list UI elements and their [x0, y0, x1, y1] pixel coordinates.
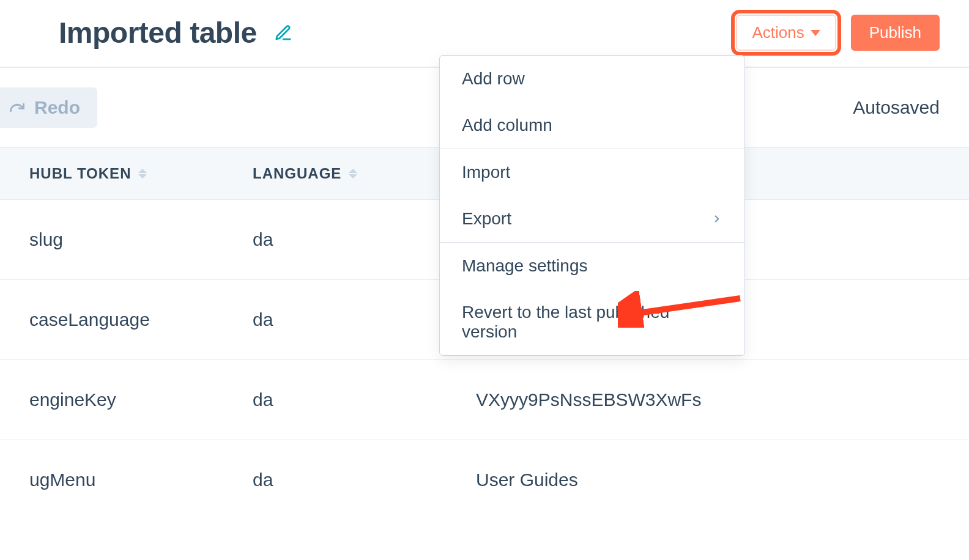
dropdown-item-label: Revert to the last published version [462, 303, 722, 342]
column-header-language-label: LANGUAGE [253, 165, 341, 182]
column-header-token-label: HUBL TOKEN [29, 165, 131, 182]
publish-label: Publish [869, 23, 921, 42]
cell-token: caseLanguage [29, 309, 253, 330]
caret-down-icon [811, 30, 820, 36]
cell-language: da [253, 470, 476, 490]
autosaved-status: Autosaved [853, 97, 940, 118]
redo-icon [9, 99, 26, 116]
cell-token: engineKey [29, 389, 253, 410]
dropdown-item-label: Add row [462, 69, 525, 89]
dropdown-section: Manage settings Revert to the last publi… [440, 243, 744, 355]
dropdown-item-import[interactable]: Import [440, 149, 744, 196]
dropdown-item-add-column[interactable]: Add column [440, 102, 744, 149]
dropdown-item-add-row[interactable]: Add row [440, 56, 744, 102]
header-actions: Actions Publish [736, 15, 940, 51]
actions-dropdown: Add row Add column Import Export Manage … [439, 55, 745, 356]
redo-button[interactable]: Redo [0, 87, 97, 128]
table-row[interactable]: engineKey da VXyyy9PsNssEBSW3XwFs [0, 360, 969, 440]
cell-value: VXyyy9PsNssEBSW3XwFs [476, 389, 940, 410]
dropdown-item-export[interactable]: Export [440, 196, 744, 242]
dropdown-item-label: Manage settings [462, 256, 587, 276]
dropdown-item-label: Add column [462, 116, 552, 135]
dropdown-item-revert[interactable]: Revert to the last published version [440, 289, 744, 355]
title-wrap: Imported table [59, 16, 292, 50]
publish-button[interactable]: Publish [851, 15, 940, 51]
cell-token: ugMenu [29, 470, 253, 490]
column-header-token[interactable]: HUBL TOKEN [29, 165, 253, 182]
pencil-icon[interactable] [274, 24, 292, 42]
table-row[interactable]: ugMenu da User Guides [0, 440, 969, 520]
redo-label: Redo [34, 97, 80, 118]
actions-label: Actions [752, 23, 804, 42]
actions-button[interactable]: Actions [736, 15, 836, 51]
cell-language: da [253, 389, 476, 410]
chevron-right-icon [711, 209, 722, 229]
dropdown-item-manage-settings[interactable]: Manage settings [440, 243, 744, 289]
sort-icon [349, 169, 357, 179]
dropdown-section: Import Export [440, 149, 744, 243]
cell-token: slug [29, 229, 253, 250]
dropdown-item-label: Import [462, 163, 510, 182]
page-title: Imported table [59, 16, 257, 50]
sort-icon [138, 169, 147, 179]
cell-value: User Guides [476, 470, 940, 490]
dropdown-item-label: Export [462, 209, 511, 229]
dropdown-section: Add row Add column [440, 56, 744, 149]
